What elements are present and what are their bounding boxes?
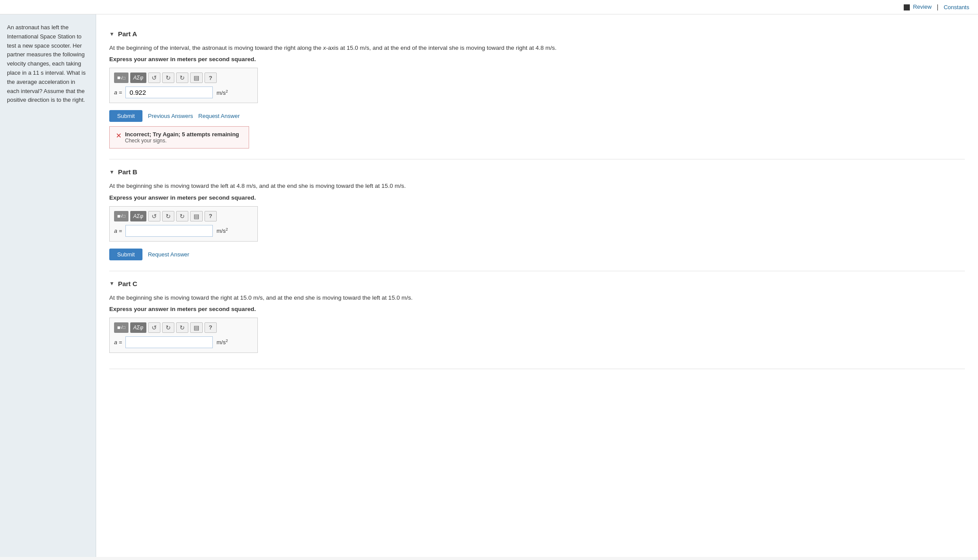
part-a-answer-box: ■√□ AΣφ ↺ ↻ ↻ ▤ ? a = m/s2 — [109, 68, 258, 103]
review-label: Review — [913, 3, 932, 10]
refresh-btn-c[interactable]: ↻ — [176, 322, 188, 333]
review-link[interactable]: Review — [904, 3, 932, 10]
symbol-btn-c[interactable]: AΣφ — [130, 322, 146, 333]
redo-btn-b[interactable]: ↻ — [162, 211, 174, 221]
symbol-btn-a[interactable]: AΣφ — [130, 73, 146, 83]
part-a-title: Part A — [118, 30, 137, 38]
error-text-a: Incorrect; Try Again; 5 attempts remaini… — [125, 131, 239, 144]
keyboard-btn-c[interactable]: ▤ — [190, 322, 203, 333]
part-a-action-row: Submit Previous Answers Request Answer — [109, 110, 965, 122]
part-b-action-row: Submit Request Answer — [109, 249, 965, 260]
part-c-header: ▼ Part C — [109, 280, 965, 287]
matrix-btn-c[interactable]: ■√□ — [114, 322, 128, 333]
part-b-header: ▼ Part B — [109, 168, 965, 176]
part-b-unit: m/s2 — [216, 227, 228, 234]
part-c-input-row: a = m/s2 — [114, 336, 253, 348]
part-a-unit: m/s2 — [216, 89, 228, 96]
sidebar-text: An astronaut has left the International … — [7, 23, 89, 105]
part-c-unit: m/s2 — [216, 339, 228, 346]
part-a-input[interactable] — [125, 86, 213, 98]
part-a-description: At the beginning of the interval, the as… — [109, 44, 965, 52]
help-btn-c[interactable]: ? — [205, 322, 217, 333]
part-a-submit-btn[interactable]: Submit — [109, 110, 142, 122]
matrix-btn-a[interactable]: ■√□ — [114, 73, 128, 83]
part-a-request-btn[interactable]: Request Answer — [198, 113, 240, 119]
part-c-section: ▼ Part C At the beginning she is moving … — [109, 271, 965, 369]
separator: | — [937, 3, 939, 10]
refresh-btn-b[interactable]: ↻ — [176, 211, 188, 221]
part-a-chevron[interactable]: ▼ — [109, 31, 114, 37]
part-c-instruction: Express your answer in meters per second… — [109, 306, 965, 312]
part-b-chevron[interactable]: ▼ — [109, 169, 114, 175]
part-a-previous-btn[interactable]: Previous Answers — [148, 113, 193, 119]
undo-btn-b[interactable]: ↺ — [148, 211, 160, 221]
part-c-input[interactable] — [125, 336, 213, 348]
part-a-section: ▼ Part A At the beginning of the interva… — [109, 21, 965, 159]
part-a-input-row: a = m/s2 — [114, 86, 253, 98]
part-c-chevron[interactable]: ▼ — [109, 280, 114, 287]
matrix-btn-b[interactable]: ■√□ — [114, 211, 128, 221]
main-content: ▼ Part A At the beginning of the interva… — [96, 14, 978, 557]
keyboard-btn-a[interactable]: ▤ — [190, 73, 203, 83]
review-icon — [904, 4, 910, 10]
undo-btn-a[interactable]: ↺ — [148, 73, 160, 83]
part-b-input[interactable] — [125, 225, 213, 237]
error-icon-a: ✕ — [116, 131, 121, 140]
part-a-header: ▼ Part A — [109, 30, 965, 38]
part-c-toolbar: ■√□ AΣφ ↺ ↻ ↻ ▤ ? — [114, 322, 253, 333]
sidebar: An astronaut has left the International … — [0, 14, 96, 557]
part-b-toolbar: ■√□ AΣφ ↺ ↻ ↻ ▤ ? — [114, 211, 253, 221]
part-a-error-box: ✕ Incorrect; Try Again; 5 attempts remai… — [109, 126, 249, 149]
part-b-instruction: Express your answer in meters per second… — [109, 194, 965, 201]
part-a-instruction: Express your answer in meters per second… — [109, 56, 965, 62]
part-c-answer-box: ■√□ AΣφ ↺ ↻ ↻ ▤ ? a = m/s2 — [109, 318, 258, 353]
part-b-title: Part B — [118, 168, 137, 176]
part-a-toolbar: ■√□ AΣφ ↺ ↻ ↻ ▤ ? — [114, 73, 253, 83]
help-btn-b[interactable]: ? — [205, 211, 217, 221]
part-b-input-row: a = m/s2 — [114, 225, 253, 237]
undo-btn-c[interactable]: ↺ — [148, 322, 160, 333]
redo-btn-c[interactable]: ↻ — [162, 322, 174, 333]
keyboard-btn-b[interactable]: ▤ — [190, 211, 203, 221]
part-b-description: At the beginning she is moving toward th… — [109, 182, 965, 190]
part-c-description: At the beginning she is moving toward th… — [109, 294, 965, 302]
top-bar: Review | Constants — [0, 0, 978, 14]
part-a-label: a = — [114, 89, 122, 96]
part-c-title: Part C — [118, 280, 137, 287]
part-b-request-btn[interactable]: Request Answer — [148, 251, 189, 258]
part-b-answer-box: ■√□ AΣφ ↺ ↻ ↻ ▤ ? a = m/s2 — [109, 206, 258, 242]
part-b-submit-btn[interactable]: Submit — [109, 249, 142, 260]
redo-btn-a[interactable]: ↻ — [162, 73, 174, 83]
part-b-section: ▼ Part B At the beginning she is moving … — [109, 159, 965, 271]
part-c-label: a = — [114, 339, 122, 346]
error-sub-a: Check your signs. — [125, 138, 239, 144]
symbol-btn-b[interactable]: AΣφ — [130, 211, 146, 221]
refresh-btn-a[interactable]: ↻ — [176, 73, 188, 83]
help-btn-a[interactable]: ? — [205, 73, 217, 83]
constants-link[interactable]: Constants — [943, 4, 969, 10]
error-title-a: Incorrect; Try Again; 5 attempts remaini… — [125, 131, 239, 138]
part-b-label: a = — [114, 228, 122, 234]
layout: An astronaut has left the International … — [0, 14, 978, 557]
